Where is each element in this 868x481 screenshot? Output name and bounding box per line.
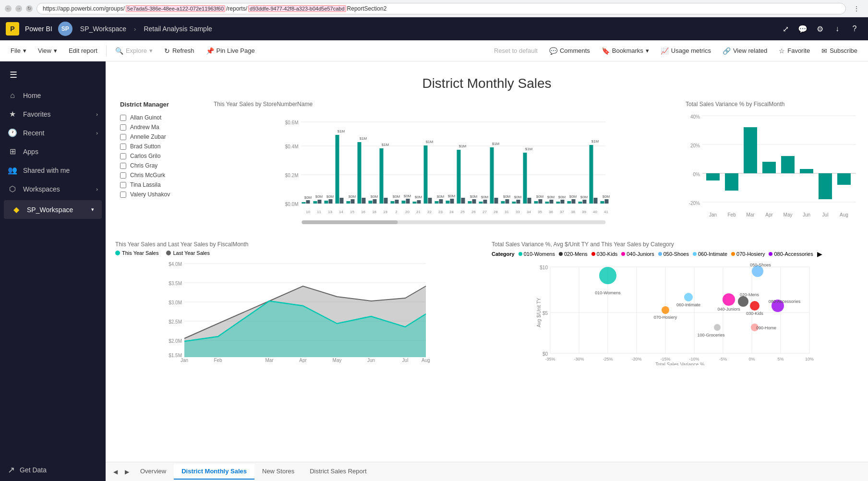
pin-live-button[interactable]: 📌 Pin Live Page <box>201 43 260 59</box>
app-name: Power BI <box>25 25 52 33</box>
sidebar-item-home[interactable]: ⌂ Home <box>0 86 106 105</box>
download-button[interactable]: ↓ <box>830 21 845 36</box>
filter-checkbox-allan[interactable] <box>120 115 126 121</box>
usage-metrics-button[interactable]: 📈 Usage metrics <box>656 43 716 59</box>
svg-rect-85 <box>517 200 520 204</box>
svg-text:$1M: $1M <box>459 144 467 148</box>
comments-button[interactable]: 💬 Comments <box>544 43 595 59</box>
filter-checkbox-andrew[interactable] <box>120 124 126 131</box>
svg-rect-68 <box>468 201 472 204</box>
report-name-link[interactable]: Retail Analysis Sample <box>144 25 212 33</box>
back-button[interactable]: ← <box>5 5 12 12</box>
svg-rect-109 <box>583 200 587 204</box>
svg-rect-65 <box>461 198 465 204</box>
tab-nav-back-button[interactable]: ◀ <box>109 466 121 478</box>
line-chart-svg: $4.0M $3.5M $3.0M $2.5M $2.0M $1.5M <box>115 259 482 364</box>
filter-item-chris-gray[interactable]: Chris Gray <box>120 161 204 170</box>
sidebar-item-recent[interactable]: 🕐 Recent › <box>0 123 106 142</box>
sidebar-menu-button[interactable]: ☰ <box>4 65 23 84</box>
filter-item-andrew[interactable]: Andrew Ma <box>120 122 204 132</box>
svg-text:$0M: $0M <box>603 194 610 199</box>
svg-text:10%: 10% <box>805 357 814 361</box>
filter-item-brad[interactable]: Brad Sutton <box>120 142 204 151</box>
view-related-button[interactable]: 🔗 View related <box>718 43 772 59</box>
explore-button[interactable]: 🔍 Explore ▾ <box>110 43 157 59</box>
forward-button[interactable]: → <box>15 5 22 12</box>
chat-button[interactable]: 💬 <box>795 21 810 36</box>
svg-text:$1M: $1M <box>338 129 345 133</box>
tab-district-monthly[interactable]: District Monthly Sales <box>174 464 254 480</box>
sidebar-item-apps[interactable]: ⊞ Apps <box>0 142 106 161</box>
url-bar[interactable]: https://app.powerbi.com/groups/ 5e7ada5-… <box>36 3 846 14</box>
sidebar-item-sp-workspace[interactable]: ◆ SP_Workspace ▾ <box>4 200 102 219</box>
subscribe-button[interactable]: ✉ Subscribe <box>817 43 862 59</box>
svg-text:030-Kids: 030-Kids <box>746 311 763 316</box>
svg-rect-113 <box>594 198 598 204</box>
filter-checkbox-brad[interactable] <box>120 144 126 150</box>
filter-label-chris-mc: Chris McGurk <box>130 172 165 179</box>
last-year-label: Last Year Sales <box>173 250 209 256</box>
reset-default-button[interactable]: Reset to default <box>489 43 542 59</box>
filter-item-carlos[interactable]: Carlos Grilo <box>120 151 204 161</box>
content-panel: District Monthly Sales District Manager … <box>106 61 868 481</box>
svg-text:-15%: -15% <box>660 357 670 361</box>
svg-text:Mar: Mar <box>746 212 755 217</box>
svg-text:Apr: Apr <box>299 358 307 363</box>
tab-district-sales[interactable]: District Sales Report <box>302 464 374 480</box>
help-button[interactable]: ? <box>847 21 862 36</box>
fullscreen-button[interactable]: ⤢ <box>778 21 793 36</box>
svg-rect-100 <box>556 202 560 204</box>
filter-checkbox-chris-gray[interactable] <box>120 163 126 169</box>
svg-rect-116 <box>601 201 604 204</box>
pin-icon: 📌 <box>206 47 214 55</box>
edit-report-button[interactable]: Edit report <box>64 43 102 59</box>
command-bar: File ▾ View ▾ Edit report 🔍 Explore ▾ ↻ … <box>0 40 868 61</box>
cmd-separator-1 <box>106 45 107 57</box>
filter-item-tina[interactable]: Tina Lassila <box>120 180 204 190</box>
settings-button[interactable]: ⚙ <box>812 21 828 36</box>
svg-text:20: 20 <box>405 210 410 214</box>
sidebar-item-workspaces[interactable]: ⬡ Workspaces › <box>0 180 106 198</box>
tab-nav-forward-button[interactable]: ▶ <box>121 466 133 478</box>
svg-text:$0M: $0M <box>580 195 588 199</box>
file-menu[interactable]: File ▾ <box>6 43 31 59</box>
get-data-button[interactable]: ↗ Get Data <box>8 465 98 475</box>
refresh-button[interactable]: ↻ Refresh <box>159 43 199 59</box>
browser-settings-btn[interactable]: ⋮ <box>850 2 863 15</box>
sidebar-item-favorites[interactable]: ★ Favorites › <box>0 105 106 123</box>
refresh-button[interactable]: ↻ <box>26 5 33 12</box>
filter-checkbox-chris-mc[interactable] <box>120 172 126 179</box>
filter-checkbox-annelie[interactable] <box>120 134 126 140</box>
legend-next-button[interactable]: ▶ <box>817 250 822 258</box>
svg-text:-10%: -10% <box>689 357 699 361</box>
svg-text:33: 33 <box>516 210 520 214</box>
filter-checkbox-tina[interactable] <box>120 182 126 188</box>
tab-overview[interactable]: Overview <box>133 464 174 480</box>
favorite-button[interactable]: ☆ Favorite <box>774 43 815 59</box>
svg-text:15: 15 <box>350 210 354 214</box>
app-container: P Power BI SP SP_Workspace › Retail Anal… <box>0 17 868 481</box>
top-section: District Manager Allan Guinot Andrew Ma … <box>106 101 868 241</box>
svg-rect-13 <box>318 200 322 204</box>
svg-rect-12 <box>313 201 317 204</box>
bookmarks-button[interactable]: 🔖 Bookmarks ▾ <box>597 43 654 59</box>
svg-rect-8 <box>302 202 306 204</box>
filter-item-annelie[interactable]: Annelie Zubar <box>120 132 204 142</box>
svg-text:050-Shoes: 050-Shoes <box>750 263 771 267</box>
bar-chart-title: This Year Sales by StoreNumberName <box>214 101 681 108</box>
workspace-link[interactable]: SP_Workspace <box>80 25 126 33</box>
svg-text:$0M: $0M <box>404 194 411 198</box>
svg-text:39: 39 <box>582 210 586 214</box>
filter-item-valery[interactable]: Valery Ushakov <box>120 190 204 199</box>
sidebar-item-shared[interactable]: 👥 Shared with me <box>0 161 106 180</box>
svg-text:$0M: $0M <box>437 194 445 199</box>
filter-checkbox-valery[interactable] <box>120 192 126 198</box>
filter-checkbox-carlos[interactable] <box>120 153 126 159</box>
svg-rect-21 <box>340 198 344 204</box>
tab-new-stores[interactable]: New Stores <box>254 464 302 480</box>
view-menu[interactable]: View ▾ <box>33 43 62 59</box>
variance-chart-svg: 40% 20% 0% -20% <box>686 110 858 235</box>
filter-item-allan[interactable]: Allan Guinot <box>120 113 204 122</box>
filter-item-chris-mc[interactable]: Chris McGurk <box>120 170 204 180</box>
svg-rect-141 <box>800 169 813 173</box>
